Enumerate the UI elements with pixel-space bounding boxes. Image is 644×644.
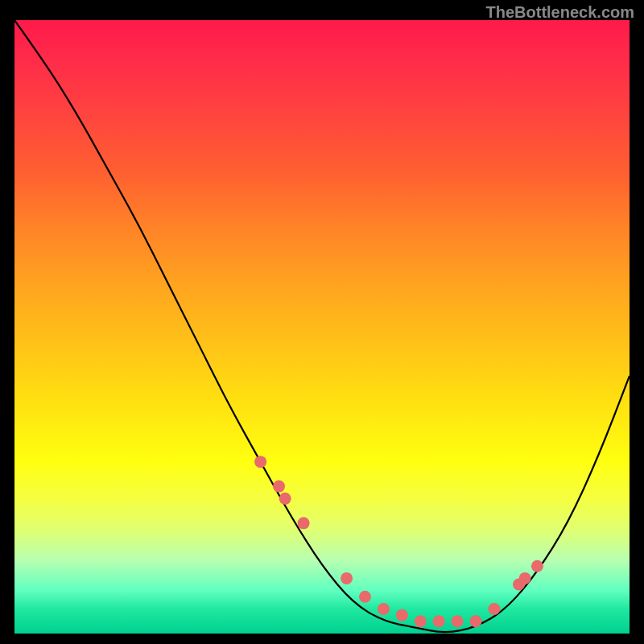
marker-dot (470, 615, 482, 627)
marker-dot (433, 615, 445, 627)
marker-dot (531, 560, 543, 572)
marker-dot (396, 609, 408, 621)
marker-dot (279, 493, 291, 505)
marker-dot (298, 517, 310, 529)
marker-dot (359, 591, 371, 603)
marker-dot (415, 615, 427, 627)
marker-dots (254, 456, 543, 627)
curve-line (14, 20, 630, 632)
plot-area (14, 20, 630, 634)
marker-dot (254, 456, 266, 468)
marker-dot (488, 603, 500, 615)
marker-dot (519, 572, 531, 584)
chart-svg (14, 20, 630, 634)
marker-dot (452, 615, 464, 627)
marker-dot (273, 481, 285, 493)
watermark-text: TheBottleneck.com (486, 3, 634, 22)
marker-dot (378, 603, 390, 615)
marker-dot (341, 572, 353, 584)
